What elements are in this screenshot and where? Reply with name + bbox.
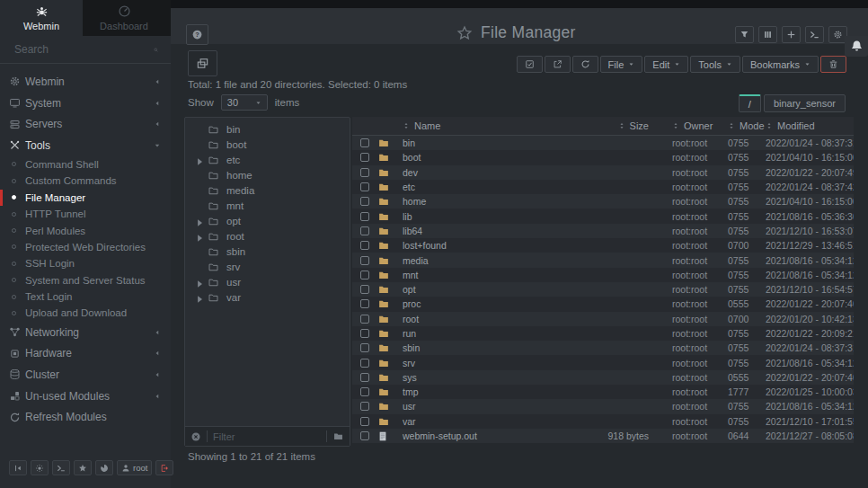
clear-filter-icon[interactable] <box>190 431 201 442</box>
sort-icon[interactable] <box>766 121 773 130</box>
row-checkbox[interactable] <box>360 359 369 368</box>
sidebar-item-servers[interactable]: Servers <box>0 113 171 135</box>
sidebar-item-un-used-modules[interactable]: Un-used Modules <box>0 386 171 407</box>
row-checkbox[interactable] <box>360 256 369 265</box>
file-name[interactable]: lib64 <box>403 226 573 236</box>
theme-toggle-button[interactable] <box>31 460 49 475</box>
file-name[interactable]: proc <box>403 298 573 309</box>
select-all-button[interactable] <box>517 56 543 73</box>
row-checkbox[interactable] <box>360 168 369 177</box>
expand-arrow-icon[interactable] <box>194 279 205 286</box>
row-checkbox[interactable] <box>360 431 369 440</box>
breadcrumb-binary-sensor[interactable]: binary_sensor <box>764 94 846 112</box>
table-row-root[interactable]: rootroot:root07002022/01/20 - 10:42:13 <box>352 312 854 326</box>
sidebar-item-system[interactable]: System <box>0 93 171 114</box>
row-checkbox[interactable] <box>360 212 369 221</box>
row-checkbox[interactable] <box>360 315 369 324</box>
file-name[interactable]: webmin-setup.out <box>403 430 573 441</box>
row-checkbox[interactable] <box>360 373 369 382</box>
table-row-lib64[interactable]: lib64root:root07552021/12/10 - 16:53:07 <box>352 224 854 238</box>
file-name[interactable]: mnt <box>403 270 573 280</box>
row-checkbox[interactable] <box>360 329 369 338</box>
tree-item-opt[interactable]: opt <box>185 213 350 228</box>
tree-item-boot[interactable]: boot <box>185 137 350 152</box>
edit-menu-button[interactable]: Edit <box>644 56 688 73</box>
sort-icon[interactable] <box>618 121 625 130</box>
favorite-star-icon[interactable] <box>456 25 473 41</box>
logout-button[interactable] <box>155 460 173 475</box>
expand-arrow-icon[interactable] <box>194 233 205 240</box>
favorites-button[interactable] <box>74 460 92 475</box>
tree-filter-input[interactable] <box>213 431 321 442</box>
table-row-etc[interactable]: etcroot:root07552022/01/24 - 08:37:42 <box>352 180 854 194</box>
file-name[interactable]: root <box>403 314 573 324</box>
row-checkbox[interactable] <box>360 271 369 279</box>
sidebar-item-file-manager[interactable]: File Manager <box>0 190 171 206</box>
file-name[interactable]: srv <box>403 358 573 368</box>
sidebar-item-hardware[interactable]: Hardware <box>0 342 171 364</box>
file-name[interactable]: lost+found <box>403 240 573 251</box>
expand-arrow-icon[interactable] <box>194 156 205 164</box>
table-row-run[interactable]: runroot:root07552022/01/22 - 20:09:21 <box>352 326 854 341</box>
tree-item-var[interactable]: var <box>185 289 350 305</box>
sidebar-item-upload-and-download[interactable]: Upload and Download <box>0 305 171 321</box>
sidebar-item-perl-modules[interactable]: Perl Modules <box>0 222 171 238</box>
file-name[interactable]: sbin <box>403 342 573 353</box>
tools-menu-button[interactable]: Tools <box>690 56 740 73</box>
table-row-webmin-setup-out[interactable]: webmin-setup.out918 bytesroot:root064420… <box>352 429 854 443</box>
search-input[interactable] <box>0 43 154 56</box>
notifications-button[interactable] <box>845 36 868 57</box>
row-checkbox[interactable] <box>360 182 369 191</box>
column-header-name[interactable]: Name <box>403 120 573 131</box>
shell-button[interactable] <box>52 460 70 475</box>
file-name[interactable]: tmp <box>403 386 573 397</box>
table-row-sys[interactable]: sysroot:root05552022/01/22 - 20:07:40 <box>352 370 854 385</box>
sidebar-item-networking[interactable]: Networking <box>0 322 171 343</box>
table-row-opt[interactable]: optroot:root07552021/12/10 - 16:54:57 <box>352 282 854 297</box>
columns-button[interactable] <box>758 26 777 43</box>
tab-webmin[interactable]: Webmin <box>0 0 83 36</box>
row-checkbox[interactable] <box>360 343 369 352</box>
row-checkbox[interactable] <box>360 285 369 294</box>
table-row-tmp[interactable]: tmproot:root17772022/01/25 - 10:00:03 <box>352 385 854 399</box>
table-row-usr[interactable]: usrroot:root07552021/08/16 - 05:34:12 <box>352 399 854 413</box>
table-row-srv[interactable]: srvroot:root07552021/08/16 - 05:34:12 <box>352 355 854 369</box>
sidebar-item-cluster[interactable]: Cluster <box>0 364 171 386</box>
file-name[interactable]: usr <box>403 401 573 412</box>
sidebar-item-protected-web-directories[interactable]: Protected Web Directories <box>0 239 171 255</box>
tree-item-usr[interactable]: usr <box>185 274 350 289</box>
new-window-button[interactable] <box>188 50 217 76</box>
user-menu-button[interactable]: root <box>117 460 152 475</box>
file-name[interactable]: home <box>403 196 573 207</box>
export-button[interactable] <box>545 56 571 73</box>
table-row-proc[interactable]: procroot:root05552022/01/22 - 20:07:40 <box>352 297 854 311</box>
sort-icon[interactable] <box>672 121 679 130</box>
row-checkbox[interactable] <box>360 226 369 235</box>
sidebar-item-tools[interactable]: Tools <box>0 135 171 156</box>
sidebar-item-webmin[interactable]: Webmin <box>0 71 171 93</box>
file-name[interactable]: etc <box>403 182 573 192</box>
file-name[interactable]: run <box>403 328 573 339</box>
tree-item-root[interactable]: root <box>185 228 350 244</box>
breadcrumb-[interactable]: / <box>739 94 761 112</box>
tree-item-bin[interactable]: bin <box>185 121 350 137</box>
sidebar-item-ssh-login[interactable]: SSH Login <box>0 255 171 271</box>
table-row-media[interactable]: mediaroot:root07552021/08/16 - 05:34:12 <box>352 253 854 267</box>
file-name[interactable]: opt <box>403 284 573 295</box>
tree-item-sbin[interactable]: sbin <box>185 244 350 259</box>
expand-arrow-icon[interactable] <box>194 217 205 225</box>
tree-item-srv[interactable]: srv <box>185 259 350 274</box>
row-checkbox[interactable] <box>360 299 369 308</box>
tree-item-etc[interactable]: etc <box>185 152 350 167</box>
sidebar-item-http-tunnel[interactable]: HTTP Tunnel <box>0 206 171 222</box>
help-button[interactable]: ? <box>186 24 208 45</box>
file-menu-button[interactable]: File <box>600 56 643 73</box>
sort-icon[interactable] <box>728 121 735 130</box>
table-row-lost-found[interactable]: lost+foundroot:root07002021/12/29 - 13:4… <box>352 238 854 253</box>
table-row-sbin[interactable]: sbinroot:root07552022/01/24 - 08:37:31 <box>352 341 854 355</box>
search-icon[interactable] <box>154 44 158 56</box>
sort-icon[interactable] <box>403 121 410 130</box>
create-button[interactable] <box>782 26 801 43</box>
filter-button[interactable] <box>735 26 754 43</box>
delete-button[interactable] <box>820 56 846 73</box>
